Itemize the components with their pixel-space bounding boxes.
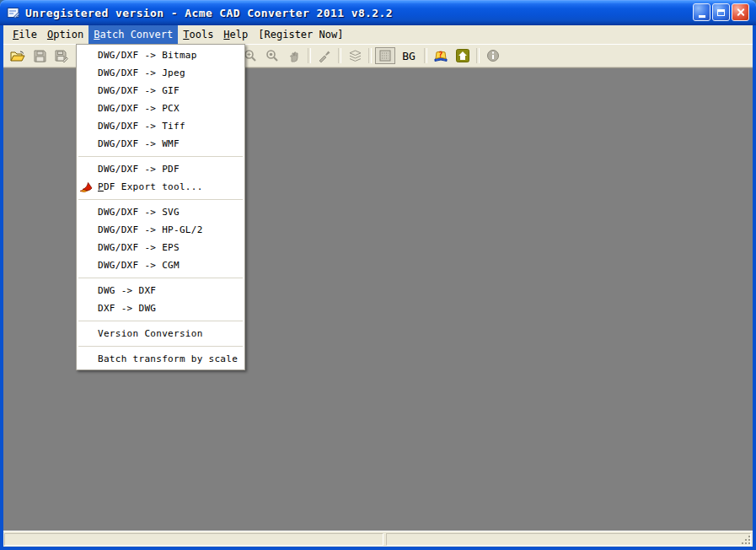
brush-icon: [318, 49, 331, 62]
bg-label: BG: [402, 50, 416, 62]
home-icon: [456, 49, 469, 62]
minimize-icon: [699, 15, 705, 18]
pdf-export-icon: [79, 181, 94, 193]
menu-item-dwg-dxf-to-pcx[interactable]: DWG/DXF -> PCX: [77, 100, 244, 117]
app-icon[interactable]: [7, 5, 22, 20]
help-button[interactable]: ?: [430, 46, 452, 65]
menubar-item-option[interactable]: Option: [42, 25, 88, 44]
info-icon: [486, 49, 500, 62]
save-button[interactable]: [29, 46, 51, 65]
background-grid-button[interactable]: [375, 47, 395, 64]
menu-item-dwg-to-dxf[interactable]: DWG -> DXF: [77, 282, 244, 299]
menubar-item-help[interactable]: Help: [218, 25, 253, 44]
layers-icon: [348, 50, 362, 62]
layers-button[interactable]: [344, 46, 366, 65]
menu-item-dwg-dxf-to-jpeg[interactable]: DWG/DXF -> Jpeg: [77, 64, 244, 82]
toolbar-separator: [338, 48, 341, 63]
pan-hand-icon: [288, 50, 301, 62]
title-bar[interactable]: Unregistered version - Acme CAD Converte…: [0, 0, 756, 25]
status-pane-right: [386, 533, 751, 546]
menu-item-dwg-dxf-to-svg[interactable]: DWG/DXF -> SVG: [77, 203, 244, 221]
close-button[interactable]: [732, 3, 749, 21]
home-button[interactable]: [452, 46, 474, 65]
menu-item-dwg-dxf-to-pdf[interactable]: DWG/DXF -> PDF: [77, 160, 244, 178]
menu-separator: [78, 199, 243, 200]
toolbar-separator: [424, 48, 427, 63]
menu-item-version-conversion[interactable]: Version Conversion: [77, 325, 244, 342]
menubar-item-batch-convert[interactable]: Batch Convert: [88, 25, 178, 44]
menu-item-pdf-export-tool[interactable]: PDF Export tool...: [77, 178, 244, 196]
menubar-item-register-now[interactable]: [Register Now]: [253, 25, 348, 44]
window-title: Unregistered version - Acme CAD Converte…: [25, 7, 393, 19]
grid-icon: [379, 50, 391, 62]
minimize-button[interactable]: [693, 3, 710, 21]
menu-separator: [78, 321, 243, 321]
menubar-item-file[interactable]: File: [8, 25, 42, 44]
pan-button[interactable]: [283, 46, 305, 65]
svg-text:?: ?: [438, 51, 442, 59]
menu-item-dxf-to-dwg[interactable]: DXF -> DWG: [77, 299, 244, 317]
app-window: Unregistered version - Acme CAD Converte…: [0, 0, 756, 550]
status-bar: [3, 531, 753, 547]
window-controls: [693, 3, 749, 21]
menu-item-dwg-dxf-to-gif[interactable]: DWG/DXF -> GIF: [77, 82, 244, 100]
zoom-window-button[interactable]: [261, 46, 283, 65]
maximize-button[interactable]: [712, 3, 730, 21]
zoom-in-icon: [244, 49, 257, 62]
menu-separator: [78, 156, 243, 157]
save-as-button[interactable]: [51, 46, 72, 65]
toolbar-separator: [476, 48, 480, 63]
redraw-button[interactable]: [314, 46, 335, 65]
background-color-button[interactable]: BG: [396, 46, 421, 65]
menubar-item-tools[interactable]: Tools: [178, 25, 218, 44]
save-icon: [34, 50, 46, 62]
batch-convert-menu: DWG/DXF -> Bitmap DWG/DXF -> Jpeg DWG/DX…: [76, 44, 245, 370]
menu-item-dwg-dxf-to-hpgl2[interactable]: DWG/DXF -> HP-GL/2: [77, 221, 244, 239]
toolbar-separator: [368, 48, 372, 63]
menu-item-dwg-dxf-to-wmf[interactable]: DWG/DXF -> WMF: [77, 135, 244, 153]
close-icon: [736, 8, 745, 17]
menu-item-batch-transform-by-scale[interactable]: Batch transform by scale: [77, 350, 244, 368]
status-pane-left: [4, 533, 383, 546]
maximize-icon: [717, 9, 725, 16]
menu-separator: [78, 346, 243, 347]
help-icon: ?: [433, 49, 448, 62]
zoom-window-icon: [265, 49, 279, 62]
menu-item-dwg-dxf-to-cgm[interactable]: DWG/DXF -> CGM: [77, 256, 244, 274]
menu-item-dwg-dxf-to-eps[interactable]: DWG/DXF -> EPS: [77, 239, 244, 256]
menu-item-dwg-dxf-to-tiff[interactable]: DWG/DXF -> Tiff: [77, 117, 244, 135]
about-button[interactable]: [482, 46, 504, 65]
menu-separator: [78, 278, 243, 278]
menu-bar: File Option Batch Convert Tools Help [Re…: [3, 25, 753, 45]
resize-grip[interactable]: [741, 535, 751, 545]
save-as-icon: [55, 50, 68, 62]
menu-item-dwg-dxf-to-bitmap[interactable]: DWG/DXF -> Bitmap: [77, 46, 244, 64]
open-folder-icon: [10, 50, 25, 62]
open-button[interactable]: [7, 46, 29, 65]
toolbar-separator: [308, 48, 311, 63]
